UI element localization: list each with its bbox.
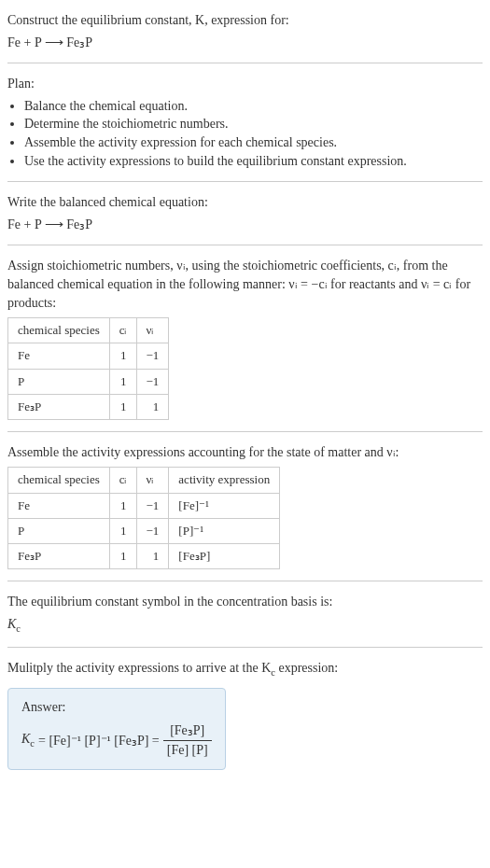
divider (7, 181, 483, 182)
balanced-heading: Write the balanced chemical equation: (7, 193, 483, 212)
answer-k-sub: c (30, 738, 35, 749)
cell: −1 (136, 369, 169, 394)
answer-lhs: Kc (21, 730, 35, 750)
col-header: chemical species (8, 318, 110, 343)
multiply-prefix: Mulitply the activity expressions to arr… (7, 661, 271, 675)
answer-fraction: [Fe₃P] [Fe] [P] (163, 721, 212, 759)
multiply-text: Mulitply the activity expressions to arr… (7, 659, 483, 679)
table-row: Fe 1 −1 (8, 343, 169, 369)
divider (7, 431, 483, 432)
plan-item: Use the activity expressions to build th… (24, 152, 483, 171)
k-symbol: K (7, 617, 16, 631)
multiply-suffix: expression: (275, 661, 338, 675)
plan-item: Determine the stoichiometric numbers. (24, 115, 483, 133)
answer-mid: = [Fe]⁻¹ [P]⁻¹ [Fe₃P] = (38, 732, 160, 750)
cell: 1 (136, 544, 169, 569)
k-subscript: c (16, 623, 21, 634)
stoichiometry-table: chemical species cᵢ νᵢ Fe 1 −1 P 1 −1 Fe… (7, 317, 169, 420)
plan-item: Assemble the activity expression for eac… (24, 133, 483, 152)
cell: Fe (8, 493, 110, 518)
cell: 1 (136, 394, 169, 419)
cell: P (8, 369, 110, 394)
fraction-denominator: [Fe] [P] (163, 741, 212, 760)
cell: P (8, 518, 110, 543)
prompt-equation: Fe + P ⟶ Fe₃P (7, 34, 483, 52)
plan-item: Balance the chemical equation. (24, 97, 483, 116)
col-header: activity expression (169, 468, 280, 493)
cell: 1 (109, 518, 136, 543)
cell: [P]⁻¹ (169, 518, 280, 543)
col-header: νᵢ (136, 318, 169, 343)
cell: 1 (109, 369, 136, 394)
cell: 1 (109, 493, 136, 518)
balanced-equation: Fe + P ⟶ Fe₃P (7, 216, 483, 234)
cell: −1 (136, 493, 169, 518)
activity-table: chemical species cᵢ νᵢ activity expressi… (7, 467, 280, 569)
table-row: P 1 −1 [P]⁻¹ (8, 518, 280, 543)
table-row: Fe 1 −1 [Fe]⁻¹ (8, 493, 280, 518)
cell: [Fe]⁻¹ (169, 493, 280, 518)
answer-label: Answer: (21, 698, 212, 717)
col-header: cᵢ (109, 468, 136, 493)
cell: 1 (109, 343, 136, 369)
cell: 1 (109, 394, 136, 419)
symbol-text: The equilibrium constant symbol in the c… (7, 593, 483, 611)
col-header: cᵢ (109, 318, 136, 343)
table-row: Fe₃P 1 1 [Fe₃P] (8, 544, 280, 569)
divider (7, 63, 483, 63)
divider (7, 581, 483, 581)
fraction-numerator: [Fe₃P] (163, 721, 212, 741)
col-header: νᵢ (136, 468, 169, 493)
cell: Fe₃P (8, 544, 110, 569)
table-row: P 1 −1 (8, 369, 169, 394)
cell: −1 (136, 343, 169, 369)
table-header-row: chemical species cᵢ νᵢ (8, 318, 169, 343)
answer-expression: Kc = [Fe]⁻¹ [P]⁻¹ [Fe₃P] = [Fe₃P] [Fe] [… (21, 721, 212, 759)
cell: −1 (136, 518, 169, 543)
assemble-text: Assemble the activity expressions accoun… (7, 443, 483, 462)
symbol-value: Kc (7, 615, 483, 636)
answer-k: K (21, 732, 30, 746)
table-header-row: chemical species cᵢ νᵢ activity expressi… (8, 468, 280, 493)
col-header: chemical species (8, 468, 110, 493)
divider (7, 245, 483, 245)
cell: 1 (109, 544, 136, 569)
divider (7, 647, 483, 648)
answer-box: Answer: Kc = [Fe]⁻¹ [P]⁻¹ [Fe₃P] = [Fe₃P… (7, 688, 226, 770)
cell: [Fe₃P] (169, 544, 280, 569)
cell: Fe (8, 343, 110, 369)
table-row: Fe₃P 1 1 (8, 394, 169, 419)
assign-text: Assign stoichiometric numbers, νᵢ, using… (7, 257, 483, 312)
cell: Fe₃P (8, 394, 110, 419)
plan-heading: Plan: (7, 75, 483, 93)
prompt-line1: Construct the equilibrium constant, K, e… (7, 11, 483, 30)
plan-list: Balance the chemical equation. Determine… (7, 97, 483, 170)
